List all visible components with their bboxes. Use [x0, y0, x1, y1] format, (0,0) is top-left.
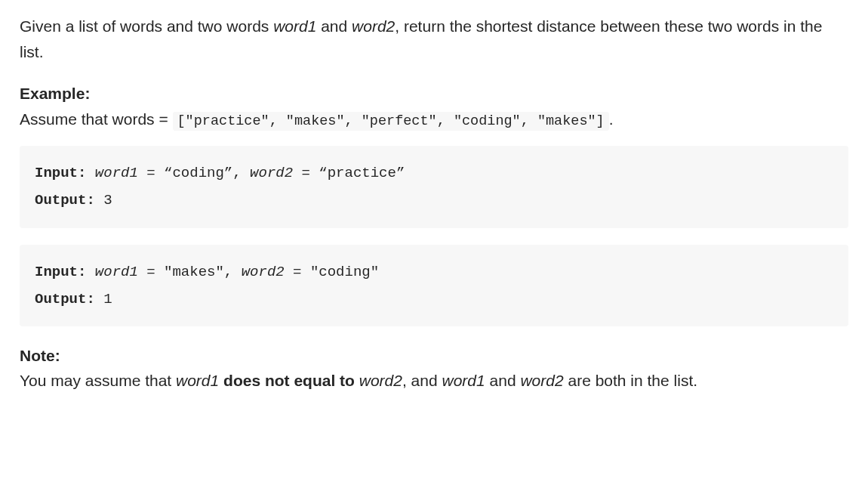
note-text: You may assume that	[20, 372, 176, 389]
assume-suffix: .	[609, 110, 614, 128]
example-section: Example: Assume that words = ["practice"…	[20, 81, 848, 132]
note-section: Note: You may assume that word1 does not…	[20, 343, 848, 394]
output-label: Output:	[35, 291, 95, 307]
example-block-1: Input: word1 = “coding”, word2 = “practi…	[20, 146, 848, 227]
word2-label: word2	[250, 165, 293, 181]
word2-token: word2	[359, 372, 402, 389]
word2-token: word2	[520, 372, 563, 389]
intro-text: Given a list of words and two words	[20, 17, 273, 35]
example-label: Example:	[20, 81, 848, 107]
assume-text: Assume that words =	[20, 110, 173, 128]
note-text: and	[485, 372, 521, 389]
w2-assign: = “practice”	[293, 165, 405, 181]
word1-label: word1	[95, 165, 138, 181]
w1-assign: = "makes",	[138, 264, 242, 280]
output-value: 1	[95, 291, 112, 307]
word1-token: word1	[273, 17, 316, 35]
words-array-code: ["practice", "makes", "perfect", "coding…	[173, 112, 609, 131]
input-label: Input:	[35, 264, 86, 280]
example-block-2: Input: word1 = "makes", word2 = "coding"…	[20, 245, 848, 326]
word2-label: word2	[242, 264, 285, 280]
word2-token: word2	[352, 17, 395, 35]
note-emphasis: does not equal to	[223, 372, 355, 389]
note-text: are both in the list.	[564, 372, 697, 389]
input-label: Input:	[35, 165, 86, 181]
note-label: Note:	[20, 343, 848, 369]
w1-assign: = “coding”,	[138, 165, 250, 181]
output-label: Output:	[35, 192, 95, 209]
output-value: 3	[95, 192, 112, 209]
w2-assign: = "coding"	[285, 264, 379, 280]
problem-intro: Given a list of words and two words word…	[20, 14, 848, 64]
intro-text: and	[316, 17, 352, 35]
note-text: , and	[402, 372, 442, 389]
word1-label: word1	[95, 264, 138, 280]
word1-token: word1	[176, 372, 219, 389]
word1-token: word1	[442, 372, 485, 389]
